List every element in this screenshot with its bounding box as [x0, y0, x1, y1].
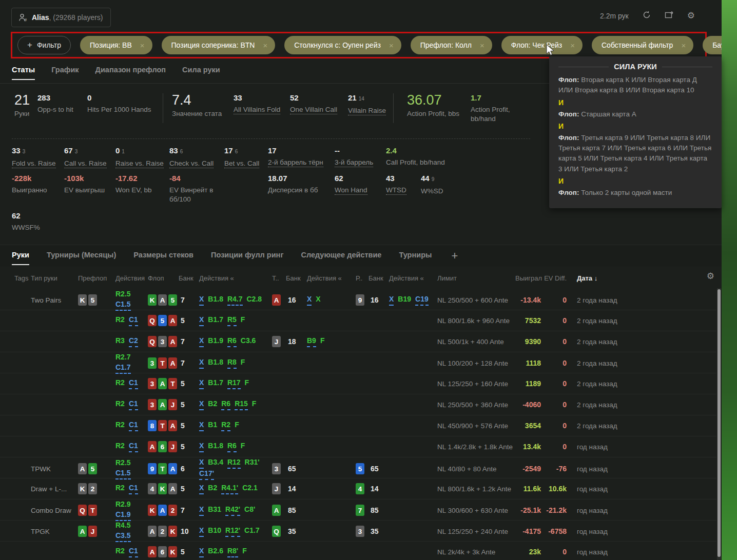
add-filter-button[interactable]: + Фильтр — [17, 36, 71, 54]
action-token[interactable]: B1.7 — [208, 315, 223, 325]
stat-label[interactable]: Call vs. Raise — [64, 159, 115, 168]
action-token[interactable]: B31 — [208, 505, 221, 515]
action-token[interactable]: C1 — [129, 421, 138, 431]
alias-selector[interactable]: # Alias, (29268 players) — [11, 8, 111, 27]
hand-row[interactable]: R2C1 A6K 5 XB2.6R8'F NL 2k/4k + 3k Ante … — [0, 542, 716, 560]
report-tab-5[interactable]: Следующее действие — [301, 251, 381, 261]
stat-label[interactable]: Villain Raise — [348, 106, 393, 115]
action-token[interactable]: B1.8 — [208, 295, 223, 305]
action-token[interactable]: C2.1 — [242, 484, 258, 493]
column-header[interactable]: Действия — [115, 274, 148, 282]
action-token[interactable]: X — [199, 505, 204, 516]
action-token[interactable]: C1.5 — [115, 469, 131, 479]
action-token[interactable]: X — [199, 358, 204, 369]
action-token[interactable]: B1.7 — [208, 378, 223, 388]
popout-window-icon[interactable] — [665, 11, 674, 21]
action-token[interactable]: C1 — [129, 484, 138, 494]
action-token[interactable]: C2 — [129, 336, 138, 347]
column-header[interactable]: Банк — [368, 274, 389, 282]
remove-filter-icon[interactable]: × — [263, 41, 267, 50]
stat-label[interactable]: Won Hand — [335, 186, 386, 195]
action-token[interactable]: X — [199, 378, 204, 389]
action-token[interactable]: F — [241, 442, 245, 451]
action-token[interactable]: X — [199, 336, 204, 347]
stat-label[interactable]: Raise vs. Raise — [115, 159, 169, 168]
scrollbar-thumb[interactable] — [717, 289, 721, 557]
action-token[interactable]: B1 — [208, 421, 217, 430]
action-token[interactable]: B19 — [398, 295, 411, 305]
action-token[interactable]: X — [199, 484, 204, 494]
table-settings-gear-icon[interactable]: ⚙ — [707, 271, 714, 282]
action-token[interactable]: R4.1' — [221, 484, 238, 494]
action-token[interactable]: C1 — [129, 399, 138, 410]
action-token[interactable]: R8' — [227, 547, 238, 557]
action-token[interactable]: R2 — [115, 484, 125, 493]
stats-tab-3[interactable]: Диапазон префлоп — [95, 66, 166, 80]
action-token[interactable]: R15 — [235, 399, 248, 410]
action-token[interactable]: R12' — [225, 526, 240, 537]
hand-row[interactable]: Two Pairs K5 R2.5C1.5 KA5 7 XB1.8R4.7C2.… — [0, 289, 716, 310]
hand-row[interactable]: R2C1 3AT 5 XB1.7R17F NL 125/250 + 160 An… — [0, 373, 716, 394]
hand-row[interactable]: TPGK AJ R4.5C3.5 A2K 10 XB10R12'C1.7 Q 3… — [0, 521, 716, 542]
hand-row[interactable]: R2C1 3AJ 5 XB2R6R15F NL 250/500 + 360 An… — [0, 394, 716, 415]
action-token[interactable]: R2.9 — [115, 500, 131, 510]
action-token[interactable]: X — [199, 547, 204, 557]
column-header[interactable]: Банк — [179, 274, 199, 282]
action-token[interactable]: X — [389, 295, 394, 306]
column-header[interactable]: Дата ↓ — [570, 274, 716, 282]
hand-row[interactable]: Draw + L-... K2 R2C1 4KA 5 XB2R4.1'C2.1 … — [0, 478, 716, 499]
action-token[interactable]: R31' — [245, 458, 260, 468]
report-tab-3[interactable]: Размеры стеков — [133, 251, 193, 261]
stats-tab-2[interactable]: График — [51, 66, 79, 80]
action-token[interactable]: B2 — [208, 484, 217, 493]
action-token[interactable]: R2 — [221, 421, 230, 431]
action-token[interactable]: C1 — [129, 315, 138, 326]
column-header[interactable]: Т.. — [272, 274, 286, 282]
hand-row[interactable]: R2C1 8TA 5 XB1R2F NL 450/900 + 576 Ante … — [0, 415, 716, 436]
report-tab-2[interactable]: Турниры (Месяцы) — [47, 251, 116, 261]
action-token[interactable]: R2.5 — [115, 290, 131, 299]
table-scrollbar[interactable] — [717, 288, 721, 560]
stat-label[interactable]: Fold vs. Raise — [12, 159, 64, 168]
action-token[interactable]: C3.6 — [241, 336, 256, 346]
action-token[interactable]: X — [199, 458, 204, 469]
action-token[interactable]: F — [241, 315, 245, 325]
remove-filter-icon[interactable]: × — [570, 41, 575, 50]
filter-chip[interactable]: Флоп: Чек Рейз × — [501, 36, 583, 54]
action-token[interactable]: F — [245, 378, 249, 388]
action-token[interactable]: F — [241, 358, 245, 368]
action-token[interactable]: C1.7 — [115, 363, 131, 374]
action-token[interactable]: X — [199, 421, 204, 431]
remove-filter-icon[interactable]: × — [480, 41, 484, 50]
action-token[interactable]: R4.5 — [115, 521, 131, 531]
action-token[interactable]: B9 — [307, 336, 316, 347]
settings-gear-icon[interactable]: ⚙ — [687, 11, 695, 20]
action-token[interactable]: X — [199, 442, 204, 452]
action-token[interactable]: R8 — [227, 358, 237, 369]
action-token[interactable]: R42' — [225, 505, 240, 516]
action-token[interactable]: C3.5 — [115, 531, 131, 542]
stat-label[interactable]: 2-й баррель тёрн — [268, 158, 335, 167]
action-token[interactable]: C1 — [129, 378, 138, 389]
remove-filter-icon[interactable]: × — [389, 41, 394, 50]
hand-row[interactable]: Combo Draw QT R2.9C1.9 KA2 7 XB31R42'C8'… — [0, 499, 716, 521]
column-header[interactable]: Действия « — [307, 274, 356, 282]
action-token[interactable]: R2 — [115, 547, 125, 556]
column-header[interactable]: Р.. — [356, 274, 368, 282]
action-token[interactable]: B2.6 — [208, 547, 223, 556]
stats-tab-1[interactable]: Статы — [12, 66, 35, 80]
filter-chip[interactable]: Собственный фильтр × — [592, 36, 693, 54]
column-header[interactable]: Тип руки — [31, 274, 78, 282]
action-token[interactable]: C1.7 — [244, 526, 260, 536]
column-header[interactable]: Tags — [14, 274, 31, 282]
action-token[interactable]: R4.7 — [227, 295, 243, 306]
action-token[interactable]: R17 — [227, 378, 241, 389]
action-token[interactable]: B10 — [208, 526, 221, 536]
action-token[interactable]: C2.8 — [247, 295, 262, 305]
column-header[interactable]: Флоп — [148, 274, 179, 282]
action-token[interactable]: R2 — [115, 315, 125, 325]
action-token[interactable]: F — [252, 399, 257, 409]
hand-row[interactable]: R2C1 A6J 5 XB1.8R6F NL 1.4k/2.8k + 1.8k … — [0, 436, 716, 457]
report-tab-1[interactable]: Руки — [12, 251, 29, 261]
action-token[interactable]: X — [199, 526, 204, 537]
